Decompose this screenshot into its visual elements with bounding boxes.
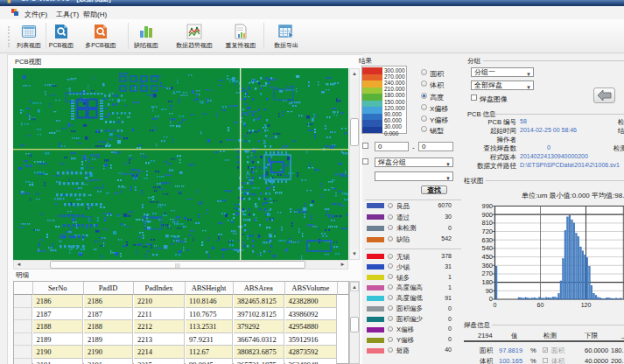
svg-text:720: 720: [481, 228, 493, 235]
svg-text:120: 120: [581, 302, 592, 308]
svg-text:900: 900: [481, 211, 493, 219]
svg-text:540: 540: [481, 244, 493, 252]
svg-text:0: 0: [494, 302, 497, 308]
svg-text:180: 180: [481, 278, 493, 286]
svg-text:60: 60: [537, 302, 544, 308]
svg-text:270: 270: [481, 270, 493, 277]
svg-text:450: 450: [481, 253, 493, 261]
svg-text:360: 360: [481, 262, 493, 270]
svg-text:810: 810: [481, 219, 493, 227]
svg-text:0: 0: [489, 295, 493, 303]
svg-text:90: 90: [486, 287, 493, 295]
svg-text:630: 630: [481, 236, 493, 244]
svg-text:990: 990: [481, 202, 493, 210]
